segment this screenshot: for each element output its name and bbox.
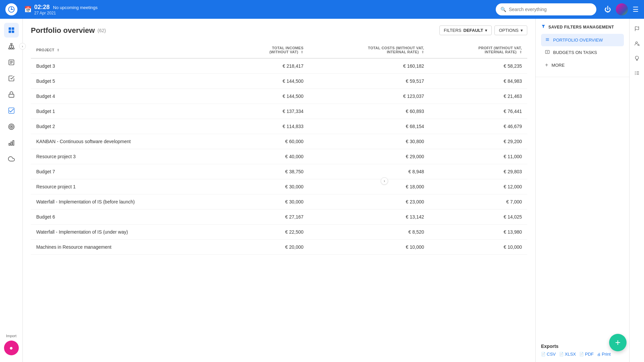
cell-profit: € 46,679: [429, 119, 527, 134]
avatar[interactable]: [616, 3, 628, 15]
table-row[interactable]: Budget 3 € 218,417 € 160,182 € 58,235: [31, 58, 527, 74]
sort-icon-incomes: ⬆: [301, 50, 303, 54]
cell-total-incomes: € 144,500: [228, 74, 309, 89]
cell-profit: € 76,441: [429, 104, 527, 119]
svg-point-23: [10, 125, 13, 128]
svg-point-24: [11, 126, 12, 127]
power-button[interactable]: ⏻: [604, 6, 611, 13]
cell-profit: € 14,025: [429, 209, 527, 225]
portfolio-overview-label: PORTFOLIO OVERVIEW: [553, 38, 603, 43]
cell-total-costs: € 30,800: [309, 134, 429, 149]
cell-project: Budget 6: [31, 209, 228, 225]
menu-button[interactable]: ☰: [633, 5, 639, 13]
sidebar-item-tasks[interactable]: [4, 55, 19, 70]
panel-menu-portfolio-overview[interactable]: PORTFOLIO OVERVIEW: [541, 34, 624, 46]
right-panel-collapse-btn[interactable]: ›: [381, 177, 388, 185]
svg-rect-25: [9, 143, 10, 145]
svg-rect-4: [11, 27, 14, 30]
panel-more[interactable]: + MORE: [541, 59, 624, 71]
export-pdf[interactable]: 📄 PDF: [579, 352, 594, 357]
cell-total-costs: € 18,000: [309, 179, 429, 194]
sidebar-item-lock[interactable]: [4, 87, 19, 102]
table-row[interactable]: Waterfall - Implementation of IS (before…: [31, 194, 527, 209]
export-csv[interactable]: 📄 CSV: [541, 352, 556, 357]
sidebar-item-target[interactable]: [4, 119, 19, 134]
cell-project: Budget 5: [31, 74, 228, 89]
cell-total-incomes: € 20,000: [228, 240, 309, 255]
sidebar-item-hierarchy[interactable]: [4, 39, 19, 54]
export-print[interactable]: 🖨 Print: [597, 352, 611, 357]
cell-total-costs: € 10,000: [309, 240, 429, 255]
header-actions: FILTERS DEFAULT ▾ OPTIONS ▾: [439, 25, 527, 35]
export-xlsx[interactable]: 📄 XLSX: [559, 352, 576, 357]
table-row[interactable]: KANBAN - Continuous software development…: [31, 134, 527, 149]
calendar-icon: 📅: [24, 6, 32, 13]
table-row[interactable]: Budget 6 € 27,167 € 13,142 € 14,025: [31, 209, 527, 225]
table-row[interactable]: Resource project 3 € 40,000 € 29,000 € 1…: [31, 149, 527, 164]
table-row[interactable]: Resource project 1 € 30,000 € 18,000 € 1…: [31, 179, 527, 194]
cell-project: Waterfall - Implementation of IS (under …: [31, 225, 228, 240]
svg-rect-9: [10, 48, 12, 49]
table-header-row: PROJECT ⬆ TOTAL INCOMES(WITHOUT VAT) ⬆ T…: [31, 42, 527, 58]
page-title: Portfolio overview: [31, 26, 95, 35]
svg-point-2: [11, 9, 12, 10]
svg-rect-27: [13, 140, 14, 145]
sidebar-collapse-btn[interactable]: ›: [19, 43, 26, 50]
search-input[interactable]: [509, 7, 592, 12]
table-row[interactable]: Budget 2 € 114,833 € 68,154 € 46,679: [31, 119, 527, 134]
cell-profit: € 10,000: [429, 240, 527, 255]
sidebar-item-cloud[interactable]: [4, 152, 19, 166]
cell-project: Resource project 3: [31, 149, 228, 164]
sidebar-item-checklist[interactable]: [4, 71, 19, 86]
sort-icon-costs: ⬆: [421, 50, 424, 54]
main-content: Portfolio overview (62) FILTERS DEFAULT …: [23, 19, 535, 362]
portfolio-table: PROJECT ⬆ TOTAL INCOMES(WITHOUT VAT) ⬆ T…: [31, 42, 527, 255]
left-sidebar: › Import ●: [0, 19, 23, 362]
cell-total-incomes: € 22,500: [228, 225, 309, 240]
search-box[interactable]: 🔍: [496, 3, 596, 15]
table-row[interactable]: Waterfall - Implementation of IS (under …: [31, 225, 527, 240]
cell-profit: € 7,000: [429, 194, 527, 209]
panel-menu-budgets-on-tasks[interactable]: BUDGETS ON TASKS: [541, 46, 624, 59]
col-project[interactable]: PROJECT ⬆: [31, 42, 228, 58]
cell-total-costs: € 68,154: [309, 119, 429, 134]
import-button[interactable]: ●: [4, 341, 19, 355]
saved-filters-header: SAVED FILTERS MANAGEMENT: [541, 24, 624, 30]
sort-icon-project: ⬆: [57, 48, 59, 52]
right-sidebar-bulb[interactable]: [631, 52, 643, 64]
table-row[interactable]: Budget 7 € 38,750 € 8,948 € 29,803: [31, 164, 527, 179]
cell-total-incomes: € 144,500: [228, 89, 309, 104]
more-plus-icon: +: [545, 62, 548, 68]
table-row[interactable]: Budget 4 € 144,500 € 123,037 € 21,463: [31, 89, 527, 104]
options-button[interactable]: OPTIONS ▾: [494, 25, 527, 35]
cell-total-incomes: € 30,000: [228, 194, 309, 209]
cell-total-incomes: € 27,167: [228, 209, 309, 225]
svg-rect-5: [8, 31, 11, 33]
app-logo[interactable]: [5, 3, 17, 15]
col-profit[interactable]: PROFIT (WITHOUT VAT,INTERNAL RATE) ⬆: [429, 42, 527, 58]
table-row[interactable]: Budget 5 € 144,500 € 59,517 € 84,983: [31, 74, 527, 89]
table-row[interactable]: Budget 1 € 137,334 € 60,893 € 76,441: [31, 104, 527, 119]
sidebar-item-chart[interactable]: [4, 135, 19, 150]
cell-project: Budget 3: [31, 58, 228, 74]
cell-project: Waterfall - Implementation of IS (before…: [31, 194, 228, 209]
exports-links: 📄 CSV 📄 XLSX 📄 PDF 🖨 Print: [541, 352, 624, 357]
right-sidebar-person-search[interactable]: [631, 38, 643, 50]
sidebar-item-check[interactable]: [4, 103, 19, 118]
cell-profit: € 84,983: [429, 74, 527, 89]
saved-filters-label: SAVED FILTERS MANAGEMENT: [548, 25, 614, 29]
filters-button[interactable]: FILTERS DEFAULT ▾: [439, 25, 492, 35]
cell-profit: € 58,235: [429, 58, 527, 74]
col-total-incomes[interactable]: TOTAL INCOMES(WITHOUT VAT) ⬆: [228, 42, 309, 58]
table-row[interactable]: Machines in Resource management € 20,000…: [31, 240, 527, 255]
cell-total-costs: € 23,000: [309, 194, 429, 209]
right-sidebar-flag[interactable]: [631, 23, 643, 35]
filter-funnel-icon: [541, 24, 546, 30]
fab-add-button[interactable]: +: [609, 334, 627, 351]
cell-total-incomes: € 30,000: [228, 179, 309, 194]
col-total-costs[interactable]: TOTAL COSTS (WITHOUT VAT,INTERNAL RATE) …: [309, 42, 429, 58]
right-sidebar-list-check[interactable]: [631, 67, 643, 79]
svg-point-31: [638, 44, 639, 45]
cell-total-incomes: € 114,833: [228, 119, 309, 134]
sidebar-item-dashboard[interactable]: [4, 23, 19, 38]
